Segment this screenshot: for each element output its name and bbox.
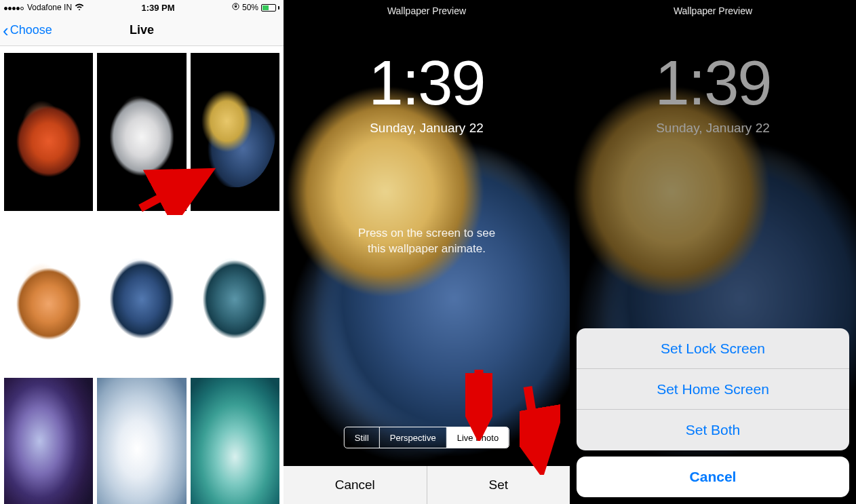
page-title: Live [130,23,154,37]
segment-live-photo[interactable]: Live Photo [447,427,509,448]
wallpaper-tile[interactable] [4,53,93,211]
back-label: Choose [10,23,52,37]
phone-choose-live: Vodafone IN 1:39 PM 50% ‹ Choose Live [0,0,284,504]
status-time: 1:39 PM [141,3,174,13]
status-bar: Vodafone IN 1:39 PM 50% [0,0,284,15]
press-hint-line2: this wallpaper animate. [368,242,486,255]
preview-header: Wallpaper Preview [570,5,856,16]
wallpaper-tile[interactable] [191,378,279,504]
preview-toolbar: Cancel Set [284,466,570,504]
lock-date: Sunday, January 22 [570,121,856,136]
cancel-button[interactable]: Cancel [284,466,427,504]
action-sheet-options: Set Lock Screen Set Home Screen Set Both [577,328,849,450]
nav-bar: ‹ Choose Live [0,15,284,46]
set-lock-screen-button[interactable]: Set Lock Screen [577,328,849,369]
set-home-screen-button[interactable]: Set Home Screen [577,369,849,410]
wallpaper-tile[interactable] [97,378,186,504]
wallpaper-tile[interactable] [97,215,186,373]
press-hint-line1: Press on the screen to see [358,227,495,239]
segment-perspective[interactable]: Perspective [380,427,447,448]
back-button[interactable]: ‹ Choose [3,22,52,39]
cancel-button[interactable]: Cancel [577,457,849,497]
set-both-button[interactable]: Set Both [577,410,849,450]
lock-clock: 1:39 [284,47,570,119]
wallpaper-tile[interactable] [191,215,279,373]
phone-set-options: Wallpaper Preview 1:39 Sunday, January 2… [570,0,856,504]
press-hint: Press on the screen to see this wallpape… [284,226,570,257]
wifi-icon [75,3,84,12]
status-left: Vodafone IN [4,3,84,12]
lock-clock: 1:39 [570,47,856,119]
svg-rect-1 [235,6,237,8]
phone-wallpaper-preview: Wallpaper Preview 1:39 Sunday, January 2… [284,0,570,504]
orientation-lock-icon [232,3,239,12]
wallpaper-tile[interactable] [97,53,186,211]
motion-segmented-control: Still Perspective Live Photo [344,427,509,448]
wallpaper-grid [0,46,284,504]
set-button[interactable]: Set [427,466,570,504]
lock-date: Sunday, January 22 [284,121,570,136]
wallpaper-tile[interactable] [191,53,279,211]
status-right: 50% [232,3,279,12]
action-sheet: Set Lock Screen Set Home Screen Set Both… [577,328,849,497]
wallpaper-tile[interactable] [4,215,93,373]
battery-icon [261,4,279,12]
segment-still[interactable]: Still [345,427,380,448]
chevron-left-icon: ‹ [3,22,9,39]
battery-percent: 50% [242,3,258,12]
wallpaper-tile[interactable] [4,378,93,504]
signal-dots-icon [4,3,24,12]
carrier-label: Vodafone IN [27,3,72,12]
preview-header: Wallpaper Preview [284,5,570,16]
